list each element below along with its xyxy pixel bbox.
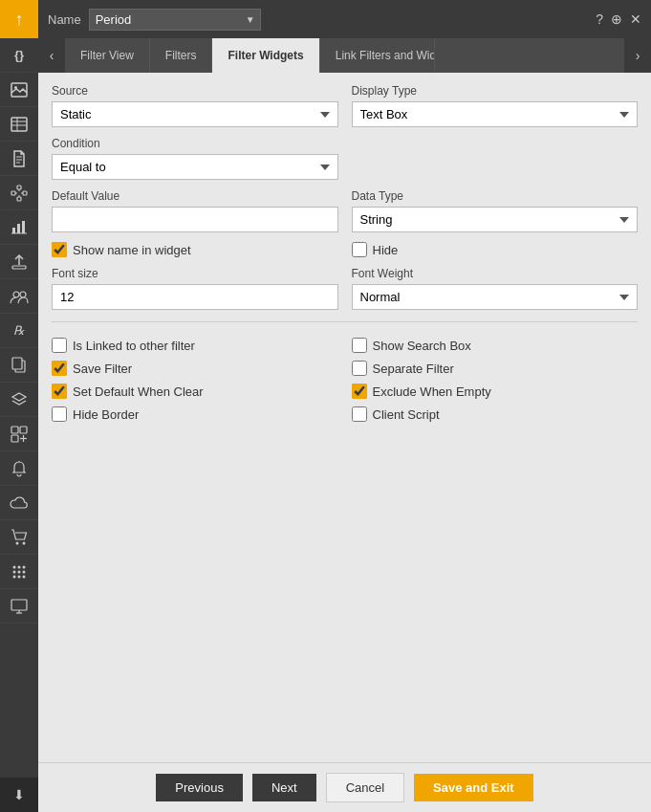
svg-point-36 bbox=[23, 565, 26, 568]
is-linked-label[interactable]: Is Linked to other filter bbox=[73, 339, 195, 353]
client-script-checkbox[interactable] bbox=[352, 406, 367, 422]
cloud-icon[interactable] bbox=[0, 486, 38, 520]
svg-point-32 bbox=[16, 541, 19, 544]
set-default-checkbox[interactable] bbox=[52, 384, 67, 399]
font-weight-group: Font Weight Normal Bold Italic bbox=[352, 267, 639, 310]
source-group: Source Static bbox=[52, 84, 338, 127]
svg-point-35 bbox=[18, 565, 21, 568]
svg-rect-29 bbox=[11, 435, 18, 442]
group-icon[interactable] bbox=[0, 279, 38, 314]
show-search-checkbox[interactable] bbox=[352, 338, 367, 353]
tab-filter-view[interactable]: Filter View bbox=[65, 38, 150, 73]
svg-rect-43 bbox=[11, 600, 27, 610]
close-button[interactable]: ✕ bbox=[630, 11, 641, 27]
widgets-icon[interactable] bbox=[0, 417, 38, 451]
tab-next-button[interactable]: › bbox=[624, 38, 651, 73]
svg-point-33 bbox=[23, 541, 26, 544]
condition-label: Condition bbox=[52, 137, 338, 150]
svg-point-23 bbox=[20, 292, 26, 297]
display-type-group: Display Type Text Box bbox=[352, 84, 639, 127]
show-name-group: Show name in widget bbox=[52, 242, 338, 257]
svg-marker-26 bbox=[12, 393, 26, 401]
cancel-button[interactable]: Cancel bbox=[326, 773, 404, 802]
data-type-select[interactable]: String bbox=[352, 207, 639, 232]
download-icon[interactable]: ⬇ bbox=[0, 778, 38, 812]
table-icon[interactable] bbox=[0, 107, 38, 142]
condition-select[interactable]: Equal to bbox=[52, 154, 338, 180]
rx-icon[interactable]: ℞ bbox=[0, 314, 38, 348]
hide-checkbox[interactable] bbox=[352, 242, 367, 257]
default-value-label: Default Value bbox=[52, 189, 338, 203]
client-script-label[interactable]: Client Script bbox=[373, 407, 440, 422]
checkbox-row-2: Save Filter Separate Filter bbox=[52, 361, 638, 376]
bell-icon[interactable] bbox=[0, 451, 38, 486]
content-area: Source Static Display Type Text Box Cond… bbox=[38, 73, 651, 762]
help-button[interactable]: ? bbox=[596, 11, 603, 27]
network-icon[interactable] bbox=[0, 176, 38, 210]
data-type-label: Data Type bbox=[352, 189, 639, 203]
set-default-label[interactable]: Set Default When Clear bbox=[73, 384, 204, 399]
main-panel: Name Period ? ⊕ ✕ ‹ Filter View Filters … bbox=[38, 0, 651, 812]
svg-point-38 bbox=[18, 570, 21, 573]
svg-rect-27 bbox=[11, 427, 18, 433]
svg-rect-19 bbox=[22, 221, 25, 233]
font-size-input[interactable] bbox=[52, 284, 338, 310]
default-value-input[interactable] bbox=[52, 207, 338, 232]
svg-rect-25 bbox=[12, 358, 22, 369]
name-label: Name bbox=[48, 12, 81, 27]
tab-filters[interactable]: Filters bbox=[150, 38, 213, 73]
svg-rect-11 bbox=[23, 191, 27, 195]
upload-icon[interactable] bbox=[0, 245, 38, 279]
svg-rect-18 bbox=[17, 224, 20, 233]
layers-icon[interactable] bbox=[0, 383, 38, 417]
save-filter-label[interactable]: Save Filter bbox=[73, 362, 132, 376]
chart-icon[interactable] bbox=[0, 210, 38, 245]
separate-filter-group: Separate Filter bbox=[352, 361, 639, 376]
svg-rect-28 bbox=[20, 427, 27, 433]
tab-prev-button[interactable]: ‹ bbox=[38, 38, 65, 73]
separate-filter-label[interactable]: Separate Filter bbox=[373, 362, 454, 376]
svg-point-37 bbox=[13, 570, 16, 573]
font-weight-label: Font Weight bbox=[352, 267, 639, 280]
show-search-group: Show Search Box bbox=[352, 338, 639, 353]
up-arrow-icon: ↑ bbox=[15, 10, 24, 30]
checkboxes-section: Is Linked to other filter Show Search Bo… bbox=[52, 338, 638, 422]
hide-border-label[interactable]: Hide Border bbox=[73, 407, 139, 422]
copy-icon[interactable] bbox=[0, 348, 38, 383]
font-weight-select[interactable]: Normal Bold Italic bbox=[352, 284, 639, 310]
hide-label[interactable]: Hide bbox=[373, 243, 399, 257]
is-linked-checkbox[interactable] bbox=[52, 338, 67, 353]
checkbox-row-1: Is Linked to other filter Show Search Bo… bbox=[52, 338, 638, 353]
source-select[interactable]: Static bbox=[52, 101, 338, 127]
name-select[interactable]: Period bbox=[89, 9, 261, 31]
move-button[interactable]: ⊕ bbox=[611, 11, 622, 27]
svg-point-22 bbox=[13, 292, 19, 297]
document-icon[interactable] bbox=[0, 142, 38, 176]
braces-icon[interactable]: {} bbox=[0, 38, 38, 73]
tab-filter-widgets[interactable]: Filter Widgets bbox=[212, 38, 319, 73]
separate-filter-checkbox[interactable] bbox=[352, 361, 367, 376]
image-icon[interactable] bbox=[0, 73, 38, 107]
tab-link-filters[interactable]: Link Filters and Widge... bbox=[320, 38, 435, 73]
checkbox-row-4: Hide Border Client Script bbox=[52, 406, 638, 422]
show-search-label[interactable]: Show Search Box bbox=[373, 339, 471, 353]
save-exit-button[interactable]: Save and Exit bbox=[414, 774, 533, 801]
exclude-empty-checkbox[interactable] bbox=[352, 384, 367, 399]
display-type-select[interactable]: Text Box bbox=[352, 101, 639, 127]
save-filter-checkbox[interactable] bbox=[52, 361, 67, 376]
sidebar-top-button[interactable]: ↑ bbox=[0, 0, 38, 38]
next-button[interactable]: Next bbox=[252, 774, 316, 801]
hide-border-checkbox[interactable] bbox=[52, 406, 67, 422]
show-name-checkbox[interactable] bbox=[52, 242, 67, 257]
svg-rect-2 bbox=[11, 118, 27, 131]
sidebar: ↑ {} ℞ ⬇ bbox=[0, 0, 38, 812]
bottom-bar: Previous Next Cancel Save and Exit bbox=[38, 762, 651, 812]
exclude-empty-label[interactable]: Exclude When Empty bbox=[373, 384, 491, 399]
cart-icon[interactable] bbox=[0, 520, 38, 555]
previous-button[interactable]: Previous bbox=[156, 774, 243, 801]
svg-rect-12 bbox=[17, 197, 21, 201]
monitor-icon[interactable] bbox=[0, 589, 38, 624]
dotgrid-icon[interactable] bbox=[0, 555, 38, 589]
font-row: Font size Font Weight Normal Bold Italic bbox=[52, 267, 638, 310]
show-name-label[interactable]: Show name in widget bbox=[73, 243, 191, 257]
